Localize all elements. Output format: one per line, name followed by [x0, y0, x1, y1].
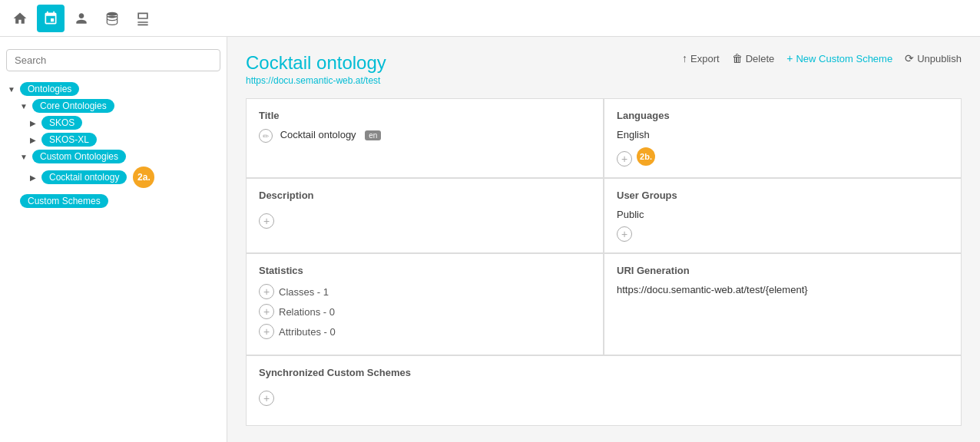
skosxl-badge[interactable]: SKOS-XL	[41, 133, 97, 147]
description-heading: Description	[259, 190, 591, 201]
trash-icon: 🗑	[732, 52, 743, 64]
cocktail-subtree: ▶ Cocktail ontology 2a.	[18, 165, 220, 190]
tree-item-custom-schemes[interactable]: Custom Schemes	[6, 193, 220, 209]
uri-value: https://docu.semantic-web.at/test/{eleme…	[617, 284, 949, 295]
core-ontologies-subtree: ▼ Core Ontologies ▶ SKOS ▶ SKOS-XL	[6, 97, 220, 148]
delete-button[interactable]: 🗑 Delete	[732, 52, 775, 64]
sync-schemes-heading: Synchronized Custom Schemes	[259, 367, 949, 378]
user-groups-heading: User Groups	[617, 190, 949, 201]
top-nav	[0, 0, 980, 37]
title-cell-heading: Title	[259, 110, 591, 121]
new-custom-scheme-button[interactable]: + New Custom Scheme	[786, 52, 892, 64]
add-language-button[interactable]: +	[617, 151, 632, 167]
sync-schemes-cell: Synchronized Custom Schemes +	[247, 356, 961, 425]
sidebar: ▼ Ontologies ▼ Core Ontologies ▶ SKOS ▶ …	[0, 37, 227, 442]
home-nav-icon[interactable]	[6, 5, 34, 32]
new-custom-scheme-label: New Custom Scheme	[796, 53, 892, 64]
export-label: Export	[690, 53, 720, 64]
skos-subtree: ▶ SKOS ▶ SKOS-XL	[18, 114, 220, 148]
tree-item-cocktail[interactable]: ▶ Cocktail ontology 2a.	[28, 165, 220, 190]
main-layout: ▼ Ontologies ▼ Core Ontologies ▶ SKOS ▶ …	[0, 37, 980, 442]
lang-badge: en	[365, 130, 381, 140]
page-url[interactable]: https://docu.semantic-web.at/test	[246, 75, 386, 86]
export-icon: ↑	[682, 52, 687, 64]
statistics-heading: Statistics	[259, 265, 591, 276]
export-button[interactable]: ↑ Export	[682, 52, 720, 64]
tree-item-core[interactable]: ▼ Core Ontologies	[18, 97, 220, 114]
server-nav-icon[interactable]	[129, 5, 157, 32]
cocktail-toggle[interactable]: ▶	[28, 172, 38, 183]
add-user-group-button[interactable]: +	[617, 226, 632, 242]
statistics-cell: Statistics + Classes - 1 + Relations - 0…	[247, 254, 603, 355]
language-value: English	[617, 129, 949, 140]
title-value: Cocktail ontology	[280, 129, 356, 140]
tree-item-skos[interactable]: ▶ SKOS	[28, 114, 220, 131]
custom-ontologies-badge[interactable]: Custom Ontologies	[32, 150, 126, 163]
title-cell: Title ✏ Cocktail ontology en	[247, 99, 603, 177]
core-ontologies-badge[interactable]: Core Ontologies	[32, 99, 114, 113]
unpublish-icon: ⟳	[905, 52, 914, 64]
search-input[interactable]	[6, 49, 220, 71]
database-nav-icon[interactable]	[98, 5, 126, 32]
custom-schemes-badge[interactable]: Custom Schemes	[20, 194, 108, 208]
step-2b-badge: 2b.	[637, 147, 655, 166]
classes-value: Classes - 1	[279, 286, 329, 298]
tree-item-skosxl[interactable]: ▶ SKOS-XL	[28, 131, 220, 148]
step-2a-badge: 2a.	[133, 167, 154, 188]
relations-add-button[interactable]: +	[259, 304, 274, 319]
add-description-button[interactable]: +	[259, 213, 274, 229]
tree-container: ▼ Ontologies ▼ Core Ontologies ▶ SKOS ▶ …	[0, 78, 227, 213]
skos-badge[interactable]: SKOS	[41, 116, 82, 130]
relations-stat: + Relations - 0	[259, 304, 591, 319]
languages-cell: Languages English + 2b.	[604, 99, 961, 177]
main-content: Cocktail ontology https://docu.semantic-…	[227, 37, 980, 442]
custom-ontologies-toggle[interactable]: ▼	[18, 151, 29, 162]
uri-generation-cell: URI Generation https://docu.semantic-web…	[604, 254, 961, 355]
edit-title-icon[interactable]: ✏	[259, 129, 273, 143]
uri-heading: URI Generation	[617, 265, 949, 276]
skos-toggle[interactable]: ▶	[28, 117, 38, 128]
unpublish-label: Unpublish	[917, 53, 962, 64]
page-title: Cocktail ontology	[246, 52, 386, 74]
ontologies-toggle[interactable]: ▼	[6, 84, 17, 94]
custom-ontologies-subtree: ▼ Custom Ontologies ▶ Cocktail ontology …	[6, 148, 220, 190]
classes-stat: + Classes - 1	[259, 284, 591, 299]
cocktail-badge[interactable]: Cocktail ontology	[41, 170, 127, 184]
attributes-value: Attributes - 0	[279, 326, 336, 338]
title-section: Cocktail ontology https://docu.semantic-…	[246, 52, 386, 86]
tree-item-ontologies[interactable]: ▼ Ontologies	[6, 81, 220, 97]
attributes-add-button[interactable]: +	[259, 324, 274, 339]
user-groups-cell: User Groups Public +	[604, 179, 961, 252]
svg-point-0	[107, 12, 117, 15]
detail-grid: Title ✏ Cocktail ontology en Languages E…	[246, 98, 962, 426]
add-sync-scheme-button[interactable]: +	[259, 391, 274, 406]
toolbar: ↑ Export 🗑 Delete + New Custom Scheme ⟳ …	[682, 52, 962, 64]
classes-add-button[interactable]: +	[259, 284, 274, 299]
tree-item-custom-ontologies[interactable]: ▼ Custom Ontologies	[18, 148, 220, 165]
unpublish-button[interactable]: ⟳ Unpublish	[905, 52, 962, 64]
delete-label: Delete	[746, 53, 775, 64]
user-groups-value: Public	[617, 209, 949, 220]
user-nav-icon[interactable]	[68, 5, 95, 32]
ontologies-badge[interactable]: Ontologies	[20, 82, 79, 96]
languages-heading: Languages	[617, 110, 949, 121]
plus-icon: +	[786, 52, 793, 64]
core-toggle[interactable]: ▼	[18, 101, 29, 111]
skosxl-toggle[interactable]: ▶	[28, 134, 38, 145]
hierarchy-nav-icon[interactable]	[37, 5, 65, 32]
description-cell: Description +	[247, 179, 603, 252]
relations-value: Relations - 0	[279, 306, 335, 318]
page-header: Cocktail ontology https://docu.semantic-…	[246, 52, 962, 86]
attributes-stat: + Attributes - 0	[259, 324, 591, 339]
title-cell-value: ✏ Cocktail ontology en	[259, 129, 591, 143]
